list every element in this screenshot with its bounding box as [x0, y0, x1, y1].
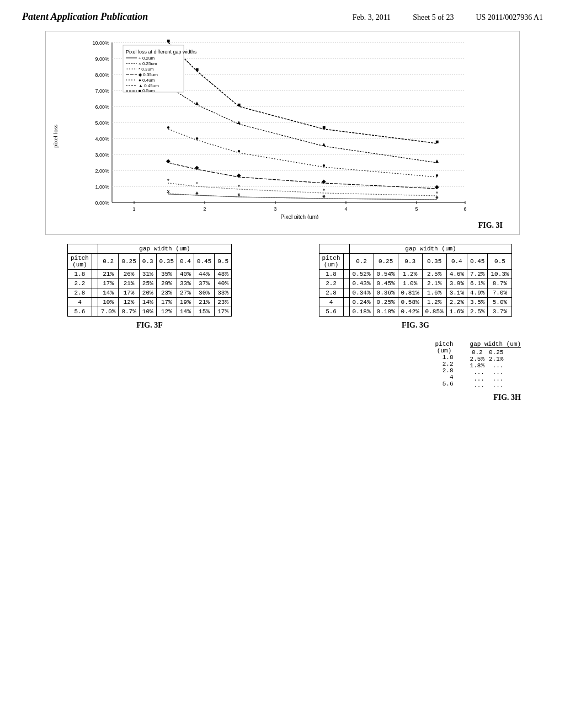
chart-svg: 10.00% 9.00% 8.00% 7.00% 6.00% 5.00% 4.0…	[79, 37, 476, 219]
table-3f-cell-3-1: 12%	[119, 298, 139, 307]
svg-text:■: ■	[435, 138, 439, 144]
header-date: Feb. 3, 2011	[353, 13, 391, 22]
table-3g-spacer-3	[343, 298, 349, 307]
svg-text:◆: ◆	[435, 184, 439, 190]
table-3f-spacer-3	[92, 298, 98, 307]
table-3g-pitch-1.8: 1.8	[319, 270, 343, 279]
svg-text:▲: ▲	[194, 100, 200, 106]
table-3g-cell-2-4: 3.1%	[446, 288, 467, 298]
table-3g-spacer-2	[343, 288, 349, 298]
table-3f-cell-2-2: 20%	[139, 288, 156, 298]
table-3g-cell-4-5: 2.5%	[467, 307, 488, 317]
svg-text:7.00%: 7.00%	[95, 88, 109, 94]
table-row: 1.80.52%0.54%1.2%2.5%4.6%7.2%10.3%	[319, 270, 512, 279]
table-3f-cell-2-1: 17%	[119, 288, 139, 298]
table-3f-pitch-4: 4	[67, 298, 92, 307]
table-row: 40.24%0.25%0.58%1.2%2.2%3.5%5.0%	[319, 298, 512, 307]
table-3f-cell-4-0: 7.0%	[98, 307, 118, 317]
table-3f-cell-4-2: 10%	[139, 307, 156, 317]
table-3f-col-02: 0.2	[98, 254, 118, 270]
gap-width-header: gap width (um)	[470, 341, 521, 348]
table-3g-cell-1-2: 1.0%	[398, 279, 422, 288]
table-3g-cell-2-3: 1.6%	[422, 288, 446, 298]
table-3f-col-03: 0.3	[139, 254, 156, 270]
table-3g-cell-4-2: 0.42%	[398, 307, 422, 317]
table-3f-cell-3-6: 23%	[215, 298, 232, 307]
table-3g-cell-1-4: 3.9%	[446, 279, 467, 288]
table-3f-cell-1-3: 29%	[156, 279, 177, 288]
table-3g-col-025: 0.25	[374, 254, 398, 270]
table-3f-spacer-4	[92, 307, 98, 317]
table-3g-spacer	[343, 254, 349, 270]
table-3g-corner	[319, 244, 349, 254]
svg-text:■: ■	[237, 101, 241, 108]
table-3f-cell-4-4: 14%	[177, 307, 194, 317]
svg-text:●: ●	[167, 124, 170, 130]
svg-text:+: +	[195, 190, 199, 196]
svg-text:▲: ▲	[434, 158, 440, 164]
table-3g-col-03: 0.3	[398, 254, 422, 270]
svg-text:▲: ▲	[321, 141, 327, 147]
table-3g-cell-0-0: 0.52%	[349, 270, 374, 279]
table-3g-cell-1-3: 2.1%	[422, 279, 446, 288]
svg-text:3: 3	[274, 206, 276, 212]
svg-text:2.00%: 2.00%	[95, 168, 109, 174]
svg-text:◆ 0.35um: ◆ 0.35um	[138, 72, 158, 77]
svg-text:+: +	[237, 192, 241, 198]
table-3g-pitch-2.2: 2.2	[319, 279, 343, 288]
table-3f-spacer-1	[92, 279, 98, 288]
svg-text:0.00%: 0.00%	[95, 200, 109, 206]
table-3f-cell-2-6: 33%	[215, 288, 232, 298]
svg-text:6: 6	[463, 206, 466, 212]
svg-text:◆: ◆	[166, 158, 170, 164]
table-3g-col-04: 0.4	[446, 254, 467, 270]
table-3f-cell-1-0: 17%	[98, 279, 118, 288]
table-3g-spacer-1	[343, 279, 349, 288]
page-header: Patent Application Publication Feb. 3, 2…	[22, 11, 543, 25]
svg-text:10.00%: 10.00%	[92, 40, 109, 46]
table-3f-cell-3-2: 14%	[139, 298, 156, 307]
table-3g-cell-3-4: 2.2%	[446, 298, 467, 307]
table-3f-cell-0-2: 31%	[139, 270, 156, 279]
pitch-values: 1.82.22.845.6	[435, 354, 454, 387]
svg-text:■: ■	[167, 38, 170, 44]
table-3f-cell-1-2: 25%	[139, 279, 156, 288]
gap-cols: 0.2 2.5% 1.8% ... ... ... 0.25 2.1% ... …	[470, 349, 521, 389]
table-row: 2.217%21%25%29%33%37%40%	[67, 279, 231, 288]
svg-text:◆: ◆	[237, 172, 241, 178]
table-3f-col-045: 0.45	[194, 254, 214, 270]
svg-text:6.00%: 6.00%	[95, 104, 109, 110]
table-3g-cell-3-2: 0.58%	[398, 298, 422, 307]
table-3g-cell-4-1: 0.18%	[374, 307, 398, 317]
svg-text:1: 1	[132, 206, 135, 212]
svg-text:▲: ▲	[236, 119, 242, 125]
table-3g-cell-2-6: 7.0%	[488, 288, 512, 298]
table-3g-cell-1-5: 6.1%	[467, 279, 488, 288]
table-row: 1.821%26%31%35%40%44%48%	[67, 270, 231, 279]
table-3f-cell-3-3: 17%	[156, 298, 177, 307]
svg-text:4.00%: 4.00%	[95, 136, 109, 142]
table-3f-pitch-1.8: 1.8	[67, 270, 92, 279]
table-3g-cell-3-0: 0.24%	[349, 298, 374, 307]
table-3g-pitch-4: 4	[319, 298, 343, 307]
table-3f-col-05: 0.5	[215, 254, 232, 270]
table-3f-cell-4-5: 15%	[194, 307, 214, 317]
table-3g-cell-3-5: 3.5%	[467, 298, 488, 307]
chart-container: pixel loss 10.00% 9.00% 8.00% 7.00% 6.00…	[45, 31, 520, 235]
svg-text:2: 2	[203, 206, 206, 212]
table-row: 5.60.18%0.18%0.42%0.85%1.6%2.5%3.7%	[319, 307, 512, 317]
table-3g-row-header: pitch(um)	[319, 254, 343, 270]
table-3f-cell-0-5: 44%	[194, 270, 214, 279]
table-3g-cell-4-6: 3.7%	[488, 307, 512, 317]
svg-text:◆: ◆	[322, 178, 326, 184]
table-3g-cell-3-3: 1.2%	[422, 298, 446, 307]
tables-section: gap width (um) pitch(um) 0.2 0.25 0.3 0.…	[22, 244, 543, 330]
table-3g-cell-1-6: 8.7%	[488, 279, 512, 288]
svg-text:* 0.3um: * 0.3um	[138, 67, 154, 72]
table-3g-cell-2-2: 0.81%	[398, 288, 422, 298]
table-row: 2.20.43%0.45%1.0%2.1%3.9%6.1%8.7%	[319, 279, 512, 288]
header-sheet: Sheet 5 of 23	[413, 13, 454, 22]
table-3g-block: gap width (um) pitch(um) 0.2 0.25 0.3 0.…	[288, 244, 543, 330]
table-3f-cell-2-5: 30%	[194, 288, 214, 298]
svg-text:+: +	[322, 194, 326, 200]
